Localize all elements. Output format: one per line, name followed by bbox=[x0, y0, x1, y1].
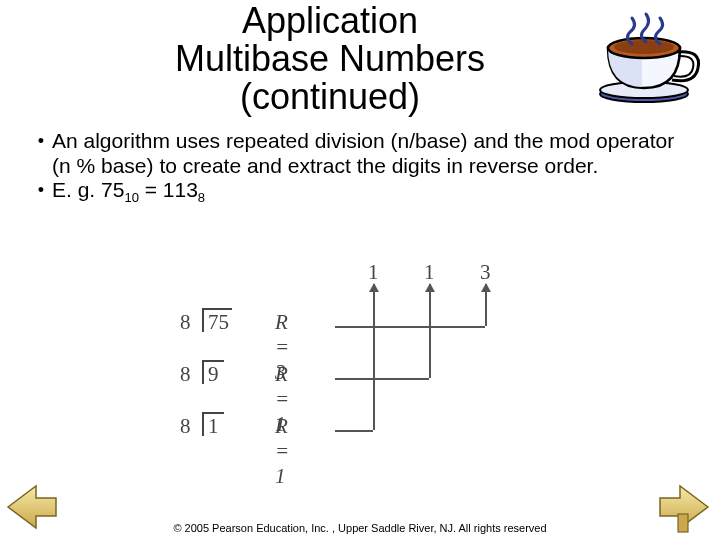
bullet-dot-icon: • bbox=[30, 129, 52, 153]
copyright-footer: © 2005 Pearson Education, Inc. , Upper S… bbox=[0, 522, 720, 534]
arrow-up-icon bbox=[429, 284, 431, 378]
teacup-icon bbox=[594, 10, 702, 105]
remainder-text: R = 1 bbox=[275, 414, 289, 489]
connector-line bbox=[335, 378, 429, 380]
bullet-text: An algorithm uses repeated division (n/b… bbox=[52, 129, 690, 177]
bullet-text: E. g. 7510 = 1138 bbox=[52, 178, 690, 206]
result-digit: 1 bbox=[424, 260, 435, 285]
connector-line bbox=[335, 326, 485, 328]
svg-marker-4 bbox=[8, 486, 56, 528]
result-digit: 3 bbox=[480, 260, 491, 285]
previous-slide-button[interactable] bbox=[2, 478, 60, 536]
division-bar-vertical bbox=[202, 360, 204, 384]
arrow-up-icon bbox=[485, 284, 487, 326]
arrow-up-icon bbox=[373, 284, 375, 430]
division-bar-vertical bbox=[202, 412, 204, 436]
result-digit: 1 bbox=[368, 260, 379, 285]
bullet-item: • E. g. 7510 = 1138 bbox=[30, 178, 690, 206]
next-slide-button[interactable] bbox=[656, 478, 714, 536]
connector-line bbox=[335, 430, 373, 432]
bullet-dot-icon: • bbox=[30, 178, 52, 202]
bullet-list: • An algorithm uses repeated division (n… bbox=[30, 129, 690, 205]
svg-rect-6 bbox=[678, 514, 688, 532]
bullet-item: • An algorithm uses repeated division (n… bbox=[30, 129, 690, 177]
division-bar-vertical bbox=[202, 308, 204, 332]
long-division-diagram: 1 1 3 8 75 R = 3 8 9 R = 1 8 1 R = 1 bbox=[180, 260, 520, 460]
